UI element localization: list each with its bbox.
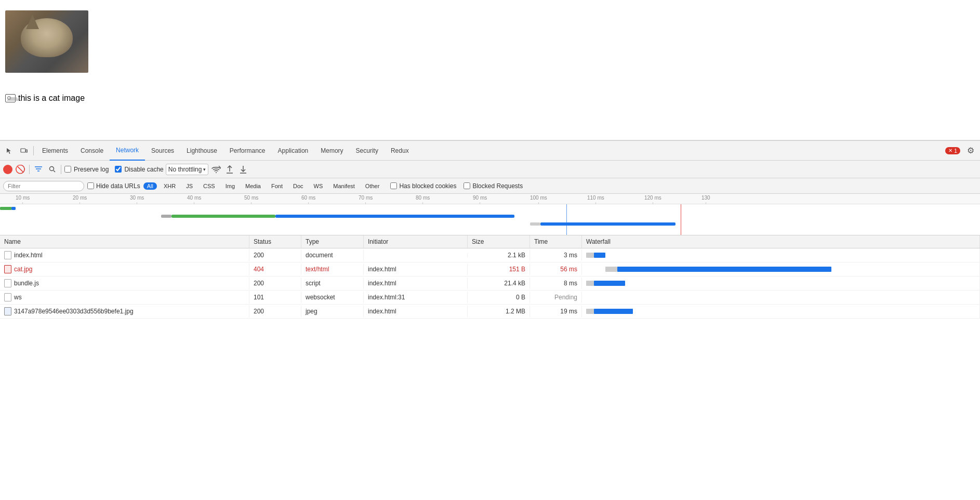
td-waterfall bbox=[582, 305, 980, 318]
filter-btn-other[interactable]: Other bbox=[362, 182, 383, 190]
ruler-110ms: 110 ms bbox=[587, 195, 604, 201]
row-name: bundle.js bbox=[14, 280, 39, 287]
td-name: index.html bbox=[0, 249, 249, 261]
td-waterfall bbox=[582, 248, 980, 262]
td-status: 200 bbox=[249, 278, 301, 289]
th-name: Name bbox=[0, 235, 249, 248]
tab-lighthouse[interactable]: Lighthouse bbox=[180, 141, 223, 161]
filter-btn-js[interactable]: JS bbox=[182, 182, 196, 190]
td-size: 151 B bbox=[468, 264, 530, 275]
has-blocked-cookies-label[interactable]: Has blocked cookies bbox=[390, 182, 456, 190]
filter-btn-img[interactable]: Img bbox=[222, 182, 239, 190]
wifi-icon[interactable] bbox=[210, 164, 222, 175]
filter-toggle-btn[interactable] bbox=[33, 164, 44, 175]
table-row[interactable]: 3147a978e9546ee0303d3d556b9befe1.jpg 200… bbox=[0, 305, 980, 319]
initiator-link[interactable]: index.html:31 bbox=[368, 294, 405, 301]
filter-btn-font[interactable]: Font bbox=[268, 182, 286, 190]
cursor-tool-btn[interactable] bbox=[2, 143, 17, 158]
table-row[interactable]: ws 101 websocket index.html:31 0 B Pendi… bbox=[0, 291, 980, 305]
svg-rect-1 bbox=[26, 150, 28, 152]
tab-application[interactable]: Application bbox=[272, 141, 315, 161]
settings-btn[interactable]: ⚙ bbox=[963, 143, 978, 158]
file-icon bbox=[4, 265, 11, 273]
td-initiator: index.html:31 bbox=[364, 292, 468, 303]
th-time: Time bbox=[530, 235, 582, 248]
timeline-bar-indexhtml-3 bbox=[11, 207, 16, 210]
table-row[interactable]: bundle.js 200 script index.html 21.4 kB … bbox=[0, 277, 980, 291]
td-waterfall bbox=[582, 291, 980, 304]
initiator-link[interactable]: index.html bbox=[368, 266, 396, 273]
ruler-40ms: 40 ms bbox=[187, 195, 201, 201]
tab-network[interactable]: Network bbox=[110, 141, 145, 161]
tab-sources[interactable]: Sources bbox=[145, 141, 180, 161]
tab-divider-1 bbox=[33, 146, 34, 155]
initiator-link[interactable]: index.html bbox=[368, 308, 396, 315]
file-icon bbox=[4, 307, 11, 315]
record-btn[interactable] bbox=[3, 165, 12, 174]
initiator-link[interactable]: index.html bbox=[368, 280, 396, 287]
tab-security[interactable]: Security bbox=[350, 141, 385, 161]
preserve-log-label[interactable]: Preserve log bbox=[64, 166, 109, 173]
blocked-requests-label[interactable]: Blocked Requests bbox=[463, 182, 523, 190]
td-size: 1.2 MB bbox=[468, 306, 530, 317]
td-status: 200 bbox=[249, 249, 301, 261]
filter-input[interactable] bbox=[3, 181, 84, 191]
svg-point-2 bbox=[49, 167, 54, 171]
filter-btn-manifest[interactable]: Manifest bbox=[329, 182, 359, 190]
toolbar-divider-1 bbox=[29, 165, 30, 174]
td-size: 0 B bbox=[468, 292, 530, 303]
tab-redux[interactable]: Redux bbox=[385, 141, 415, 161]
table-row[interactable]: index.html 200 document 2.1 kB 3 ms bbox=[0, 248, 980, 262]
filter-btn-doc[interactable]: Doc bbox=[289, 182, 307, 190]
row-name: cat.jpg bbox=[14, 266, 32, 273]
timeline-bar-bundle-1 bbox=[161, 215, 171, 218]
broken-image-icon bbox=[5, 94, 16, 102]
td-initiator: index.html bbox=[364, 264, 468, 275]
search-btn[interactable] bbox=[46, 164, 58, 175]
td-type: document bbox=[301, 249, 364, 261]
timeline-bar-bundle-2 bbox=[171, 215, 275, 218]
throttle-select[interactable]: No throttling ▾ bbox=[166, 164, 209, 175]
disable-cache-label[interactable]: Disable cache bbox=[115, 166, 163, 173]
svg-point-4 bbox=[216, 172, 217, 173]
filter-btn-ws[interactable]: WS bbox=[310, 182, 327, 190]
network-table[interactable]: Name Status Type Initiator Size Time Wat… bbox=[0, 235, 980, 500]
td-name: bundle.js bbox=[0, 277, 249, 290]
download-icon[interactable] bbox=[237, 164, 249, 175]
error-x-icon: ✕ bbox=[948, 148, 952, 153]
blocked-requests-checkbox[interactable] bbox=[463, 182, 470, 189]
timeline-bar-cat-1 bbox=[530, 222, 540, 226]
td-name: ws bbox=[0, 291, 249, 304]
filter-btn-all[interactable]: All bbox=[143, 182, 157, 190]
hide-data-urls-checkbox[interactable] bbox=[87, 182, 94, 189]
clear-btn[interactable]: 🚫 bbox=[15, 164, 26, 175]
devtools-panel: Elements Console Network Sources Lightho… bbox=[0, 140, 980, 500]
preserve-log-checkbox[interactable] bbox=[64, 166, 71, 173]
timeline-bar-cat-2 bbox=[540, 222, 676, 226]
disable-cache-checkbox[interactable] bbox=[115, 166, 122, 173]
row-name: 3147a978e9546ee0303d3d556b9befe1.jpg bbox=[14, 308, 134, 315]
th-type: Type bbox=[301, 235, 364, 248]
td-size: 2.1 kB bbox=[468, 249, 530, 261]
td-time: 19 ms bbox=[530, 306, 582, 317]
tab-performance[interactable]: Performance bbox=[223, 141, 272, 161]
td-time: 8 ms bbox=[530, 278, 582, 289]
filter-btn-css[interactable]: CSS bbox=[200, 182, 219, 190]
filter-btn-xhr[interactable]: XHR bbox=[160, 182, 179, 190]
blue-marker bbox=[566, 204, 567, 235]
upload-icon[interactable] bbox=[224, 164, 235, 175]
tab-console[interactable]: Console bbox=[74, 141, 110, 161]
th-size: Size bbox=[468, 235, 530, 248]
td-name: 3147a978e9546ee0303d3d556b9befe1.jpg bbox=[0, 305, 249, 318]
tab-memory[interactable]: Memory bbox=[314, 141, 349, 161]
ruler-100ms: 100 ms bbox=[530, 195, 547, 201]
td-status: 200 bbox=[249, 306, 301, 317]
device-toggle-btn[interactable] bbox=[17, 143, 31, 158]
table-row[interactable]: cat.jpg 404 text/html index.html 151 B 5… bbox=[0, 262, 980, 277]
file-icon bbox=[4, 251, 11, 259]
hide-data-urls-label[interactable]: Hide data URLs bbox=[87, 182, 140, 190]
filter-btn-media[interactable]: Media bbox=[242, 182, 264, 190]
tab-elements[interactable]: Elements bbox=[36, 141, 74, 161]
td-size: 21.4 kB bbox=[468, 278, 530, 289]
has-blocked-cookies-checkbox[interactable] bbox=[390, 182, 397, 189]
